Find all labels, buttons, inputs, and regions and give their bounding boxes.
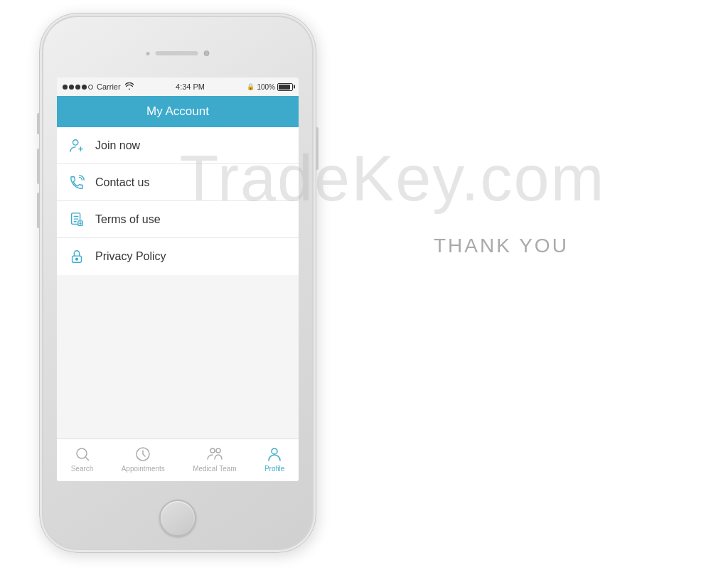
menu-item-privacy-policy[interactable]: Privacy Policy [57, 238, 299, 275]
menu-label-privacy-policy: Privacy Policy [95, 250, 166, 263]
carrier-label: Carrier [97, 82, 121, 91]
person-add-icon [68, 137, 85, 154]
power-button [316, 127, 318, 170]
menu-list: Join now Contact us [57, 127, 299, 275]
phone-shell: Carrier 4:34 PM 🔒 100% [39, 13, 316, 553]
document-icon [68, 211, 85, 228]
battery-fill [279, 85, 290, 90]
svg-point-0 [73, 139, 78, 144]
search-tab-icon [73, 445, 92, 463]
tab-label-appointments: Appointments [122, 465, 165, 473]
status-left: Carrier [63, 82, 134, 91]
medical-team-tab-icon [205, 445, 224, 463]
signal-dot-4 [82, 85, 87, 90]
menu-item-contact-us[interactable]: Contact us [57, 164, 299, 201]
menu-item-join-now[interactable]: Join now [57, 127, 299, 164]
volume-down-button [37, 193, 40, 228]
signal-indicator [63, 85, 93, 90]
signal-dot-5 [88, 85, 93, 90]
phone-mockup: Carrier 4:34 PM 🔒 100% [39, 13, 316, 553]
nav-title: My Account [146, 104, 209, 119]
phone-top-details [146, 50, 210, 56]
phone-screen: Carrier 4:34 PM 🔒 100% [57, 77, 299, 481]
tab-item-appointments[interactable]: Appointments [122, 445, 165, 473]
signal-dot-1 [63, 85, 68, 90]
thank-you-text: THANK YOU [434, 235, 569, 257]
tab-bar: Search Appointments [57, 439, 299, 481]
speaker-grille [156, 51, 198, 55]
status-bar: Carrier 4:34 PM 🔒 100% [57, 77, 299, 96]
mute-button [37, 113, 40, 134]
lock-icon: 🔒 [247, 83, 255, 90]
battery-indicator [277, 83, 293, 91]
menu-label-join-now: Join now [95, 139, 140, 152]
svg-point-8 [216, 448, 220, 453]
menu-label-contact-us: Contact us [95, 176, 149, 189]
tab-item-profile[interactable]: Profile [264, 445, 284, 473]
phone-icon [68, 174, 85, 191]
signal-dot-3 [75, 85, 80, 90]
status-time: 4:34 PM [176, 82, 205, 91]
appointments-tab-icon [134, 445, 152, 463]
svg-point-9 [272, 448, 277, 454]
svg-point-5 [77, 448, 87, 458]
tab-label-search: Search [71, 465, 94, 473]
wifi-icon [125, 82, 134, 91]
tab-item-search[interactable]: Search [71, 445, 94, 473]
signal-dot-2 [69, 85, 74, 90]
tab-label-profile: Profile [264, 465, 284, 473]
svg-point-4 [76, 258, 78, 260]
battery-label: 100% [257, 83, 275, 91]
front-camera [204, 50, 210, 56]
menu-label-terms-of-use: Terms of use [95, 213, 161, 226]
volume-up-button [37, 149, 40, 184]
status-right: 🔒 100% [247, 83, 293, 91]
lock-shield-icon [68, 248, 85, 265]
home-button[interactable] [159, 500, 196, 537]
tab-label-medical-team: Medical Team [193, 465, 237, 473]
tab-item-medical-team[interactable]: Medical Team [193, 445, 237, 473]
profile-tab-icon [265, 445, 284, 463]
svg-point-7 [210, 448, 215, 453]
menu-item-terms-of-use[interactable]: Terms of use [57, 201, 299, 238]
nav-bar: My Account [57, 96, 299, 127]
